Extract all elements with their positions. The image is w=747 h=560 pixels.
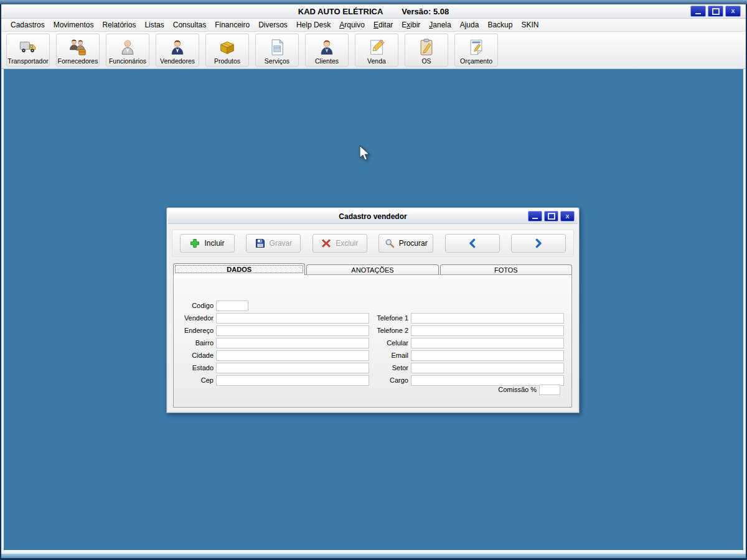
menu-item-skin[interactable]: SKIN xyxy=(517,19,543,30)
gravar-button[interactable]: Gravar xyxy=(246,234,301,253)
comissao-input[interactable] xyxy=(539,385,560,395)
truck-icon xyxy=(19,38,37,57)
toolbar-button-funcionarios[interactable]: Funcionários xyxy=(106,34,149,67)
tab-anotacoes[interactable]: ANOTAÇÕES xyxy=(306,264,438,275)
tab-label: FOTOS xyxy=(494,266,518,274)
dialog-action-panel: IncluirGravarExcluirProcurar xyxy=(172,230,574,257)
dialog-body: IncluirGravarExcluirProcurar DADOSANOTAÇ… xyxy=(168,225,578,411)
toolbar-button-venda[interactable]: Venda xyxy=(355,34,398,67)
suppliers-icon xyxy=(68,38,87,57)
form-row-cep: Cep xyxy=(174,374,369,386)
menu-item-janela[interactable]: Janela xyxy=(425,19,455,30)
dialog-title: Cadastro vendedor xyxy=(339,212,406,221)
mouse-cursor-icon xyxy=(359,145,371,165)
action-button-label: Procurar xyxy=(399,239,428,248)
estado-input[interactable] xyxy=(216,363,369,373)
bairro-input[interactable] xyxy=(216,338,369,348)
email-input[interactable] xyxy=(411,350,564,361)
toolbar-button-os[interactable]: OS xyxy=(405,34,448,67)
maximize-button[interactable] xyxy=(708,6,723,17)
vendedor-input[interactable] xyxy=(216,313,369,324)
menu-item-arquivo[interactable]: Arquivo xyxy=(335,19,369,30)
toolbar-button-label: Fornecedores xyxy=(58,57,98,65)
services-document-icon xyxy=(268,38,286,57)
close-icon: X xyxy=(565,213,569,220)
menu-item-diversos[interactable]: Diversos xyxy=(254,19,292,30)
employee-icon xyxy=(118,38,137,57)
estado-label: Estado xyxy=(174,364,214,371)
maximize-icon xyxy=(548,213,555,220)
chevron-left-icon xyxy=(467,238,477,248)
codigo-input[interactable] xyxy=(216,301,248,311)
toolbar-button-produtos[interactable]: Produtos xyxy=(205,34,249,67)
app-title: KAD AUTO ELÉTRICA xyxy=(298,7,383,16)
menu-item-ajuda[interactable]: Ajuda xyxy=(456,19,484,30)
sale-pencil-icon xyxy=(367,38,386,57)
excluir-button[interactable]: Excluir xyxy=(312,234,367,253)
form-row-estado: Estado xyxy=(174,362,369,374)
celular-input[interactable] xyxy=(411,338,564,348)
telefone-2-input[interactable] xyxy=(411,325,564,336)
previous-record-button[interactable] xyxy=(445,234,500,253)
toolbar-button-orcamento[interactable]: Orçamento xyxy=(454,34,498,67)
comissao-label: Comissão % xyxy=(498,386,537,393)
incluir-button[interactable]: Incluir xyxy=(180,234,235,253)
menu-item-financeiro[interactable]: Financeiro xyxy=(210,19,254,30)
toolbar-button-servicos[interactable]: Serviços xyxy=(255,34,299,67)
toolbar-button-vendedores[interactable]: Vendedores xyxy=(156,34,199,67)
menu-item-movimentos[interactable]: Movimentos xyxy=(49,19,98,30)
toolbar-button-transportador[interactable]: Transportador xyxy=(6,34,50,67)
window-top-strip xyxy=(0,0,747,4)
setor-input[interactable] xyxy=(411,363,564,373)
form-row-endereco: Endereço xyxy=(174,324,369,337)
window-inner-border-left xyxy=(1,62,4,555)
dialog-maximize-button[interactable] xyxy=(544,211,558,222)
minimize-button[interactable] xyxy=(690,6,706,17)
toolbar: TransportadorFornecedoresFuncionáriosVen… xyxy=(1,32,746,69)
menu-item-cadastros[interactable]: Cadastros xyxy=(6,19,49,30)
dialog-minimize-button[interactable] xyxy=(528,211,542,222)
endereco-input[interactable] xyxy=(216,325,369,336)
tab-label: ANOTAÇÕES xyxy=(351,266,393,274)
menu-item-consultas[interactable]: Consultas xyxy=(169,19,210,30)
tab-fotos[interactable]: FOTOS xyxy=(440,264,572,275)
tab-dados[interactable]: DADOS xyxy=(173,263,305,275)
save-floppy-icon xyxy=(255,238,265,248)
cidade-label: Cidade xyxy=(174,352,214,359)
products-box-icon xyxy=(218,38,237,57)
form-row-email: Email xyxy=(369,349,564,362)
menu-item-listas[interactable]: Listas xyxy=(140,19,168,30)
menu-item-backup[interactable]: Backup xyxy=(483,19,517,30)
dados-tab-panel: CodigoVendedorEndereçoBairroCidadeEstado… xyxy=(173,274,572,408)
next-record-button[interactable] xyxy=(511,234,566,253)
delete-x-icon xyxy=(321,238,331,248)
toolbar-button-fornecedores[interactable]: Fornecedores xyxy=(56,34,100,67)
celular-label: Celular xyxy=(369,339,408,347)
procurar-button[interactable]: Procurar xyxy=(378,234,433,253)
menu-item-editar[interactable]: Editar xyxy=(369,19,397,30)
telefone-2-label: Telefone 2 xyxy=(369,327,408,334)
close-button[interactable]: X xyxy=(725,6,741,17)
budget-note-icon xyxy=(467,38,486,57)
form-right-column: Telefone 1Telefone 2CelularEmailSetorCar… xyxy=(369,312,564,386)
vendedor-label: Vendedor xyxy=(174,314,214,322)
dialog-close-button[interactable]: X xyxy=(560,211,575,222)
toolbar-button-label: Venda xyxy=(367,57,386,65)
toolbar-button-clientes[interactable]: Clientes xyxy=(305,34,349,67)
minimize-icon xyxy=(695,13,701,14)
cep-input[interactable] xyxy=(216,375,369,386)
window-border-left xyxy=(0,0,1,560)
main-titlebar: KAD AUTO ELÉTRICA Versão: 5.08 X xyxy=(1,4,746,19)
dialog-titlebar[interactable]: Cadastro vendedor X xyxy=(168,209,578,224)
main-window-controls: X xyxy=(690,6,741,17)
menu-item-exibir[interactable]: Exibir xyxy=(397,19,425,30)
cidade-input[interactable] xyxy=(216,350,369,361)
toolbar-button-label: Orçamento xyxy=(460,57,492,65)
toolbar-button-label: Clientes xyxy=(315,57,339,65)
close-icon: X xyxy=(731,8,735,14)
menu-item-help-desk[interactable]: Help Desk xyxy=(292,19,335,30)
cep-label: Cep xyxy=(174,376,214,384)
menu-item-relatorios[interactable]: Relatórios xyxy=(98,19,140,30)
telefone-1-input[interactable] xyxy=(411,313,564,324)
form-row-telefone-1: Telefone 1 xyxy=(369,312,564,324)
